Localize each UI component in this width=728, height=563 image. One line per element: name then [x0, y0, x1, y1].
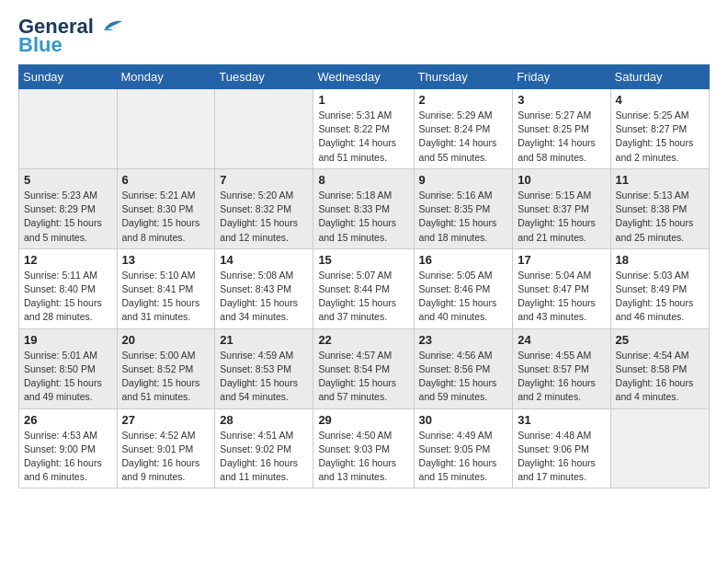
day-number: 18	[616, 253, 704, 267]
day-info-line: Sunset: 9:02 PM	[220, 442, 308, 456]
weekday-header-wednesday: Wednesday	[313, 65, 414, 89]
day-info-line: Sunset: 9:01 PM	[122, 442, 210, 456]
day-info-line: Daylight: 16 hours	[122, 456, 210, 470]
day-number: 2	[419, 93, 508, 107]
calendar-cell: 28Sunrise: 4:51 AMSunset: 9:02 PMDayligh…	[215, 408, 313, 488]
day-info-line: Daylight: 15 hours	[122, 296, 210, 310]
day-info-line: and 51 minutes.	[122, 390, 210, 404]
calendar-cell: 12Sunrise: 5:11 AMSunset: 8:40 PMDayligh…	[19, 248, 118, 328]
day-number: 19	[24, 333, 112, 347]
day-number: 26	[24, 413, 112, 427]
day-info-line: Sunrise: 5:07 AM	[318, 269, 408, 282]
calendar-cell: 6Sunrise: 5:21 AMSunset: 8:30 PMDaylight…	[117, 168, 215, 248]
weekday-header-saturday: Saturday	[610, 65, 709, 89]
day-info-line: Daylight: 15 hours	[419, 376, 508, 390]
day-info-line: Daylight: 15 hours	[318, 376, 408, 390]
day-number: 4	[616, 93, 704, 107]
day-info-line: Sunset: 8:41 PM	[122, 282, 210, 296]
calendar-cell: 20Sunrise: 5:00 AMSunset: 8:52 PMDayligh…	[117, 328, 215, 408]
calendar-cell: 29Sunrise: 4:50 AMSunset: 9:03 PMDayligh…	[313, 408, 414, 488]
day-info-line: Sunset: 8:52 PM	[122, 362, 210, 376]
logo: General Blue	[18, 15, 124, 55]
day-number: 17	[518, 253, 605, 267]
day-info-line: Daylight: 16 hours	[220, 456, 308, 470]
day-info-line: and 59 minutes.	[419, 390, 508, 404]
calendar-cell: 9Sunrise: 5:16 AMSunset: 8:35 PMDaylight…	[414, 168, 513, 248]
header: General Blue	[18, 15, 710, 55]
day-info-line: and 58 minutes.	[518, 151, 605, 165]
day-info-line: Sunset: 9:05 PM	[419, 442, 508, 456]
day-info-line: and 40 minutes.	[419, 310, 508, 324]
day-info-line: Daylight: 16 hours	[616, 376, 704, 390]
day-number: 21	[220, 333, 308, 347]
day-info-line: and 46 minutes.	[616, 310, 704, 324]
day-number: 30	[419, 413, 508, 427]
day-number: 5	[24, 173, 112, 187]
day-info-line: Sunset: 8:32 PM	[220, 202, 308, 216]
weekday-header-monday: Monday	[117, 65, 215, 89]
day-info-line: Daylight: 15 hours	[24, 376, 112, 390]
day-info-line: Daylight: 16 hours	[518, 376, 605, 390]
calendar-table: SundayMondayTuesdayWednesdayThursdayFrid…	[18, 64, 710, 488]
day-info-line: Sunrise: 5:11 AM	[24, 269, 112, 282]
day-info-line: Sunrise: 5:29 AM	[419, 109, 508, 122]
day-number: 31	[518, 413, 605, 427]
calendar-cell: 26Sunrise: 4:53 AMSunset: 9:00 PMDayligh…	[19, 408, 118, 488]
calendar-cell: 2Sunrise: 5:29 AMSunset: 8:24 PMDaylight…	[414, 89, 513, 169]
day-info-line: and 8 minutes.	[122, 231, 210, 245]
calendar-cell	[117, 89, 215, 169]
calendar-cell: 31Sunrise: 4:48 AMSunset: 9:06 PMDayligh…	[513, 408, 610, 488]
day-info-line: Sunrise: 5:00 AM	[122, 349, 210, 362]
day-info-line: Sunset: 8:35 PM	[419, 202, 508, 216]
day-info-line: Sunrise: 4:51 AM	[220, 429, 308, 442]
logo-blue: Blue	[18, 35, 124, 55]
day-info-line: and 15 minutes.	[419, 470, 508, 484]
day-number: 28	[220, 413, 308, 427]
day-info-line: Sunset: 9:03 PM	[318, 442, 408, 456]
day-info-line: Sunrise: 4:52 AM	[122, 429, 210, 442]
calendar-cell: 22Sunrise: 4:57 AMSunset: 8:54 PMDayligh…	[313, 328, 414, 408]
day-info-line: and 25 minutes.	[616, 231, 704, 245]
page: General Blue SundayMondayTuesdayWednesda…	[0, 0, 728, 498]
calendar-cell: 11Sunrise: 5:13 AMSunset: 8:38 PMDayligh…	[610, 168, 709, 248]
day-info-line: and 6 minutes.	[24, 470, 112, 484]
day-info-line: Daylight: 16 hours	[24, 456, 112, 470]
day-info-line: and 43 minutes.	[518, 310, 605, 324]
calendar-cell: 19Sunrise: 5:01 AMSunset: 8:50 PMDayligh…	[19, 328, 118, 408]
day-info-line: Sunrise: 5:16 AM	[419, 189, 508, 202]
day-info-line: and 2 minutes.	[518, 390, 605, 404]
calendar-cell: 15Sunrise: 5:07 AMSunset: 8:44 PMDayligh…	[313, 248, 414, 328]
day-info-line: Sunset: 8:49 PM	[616, 282, 704, 296]
day-info-line: Sunset: 8:22 PM	[318, 122, 408, 136]
day-info-line: Sunset: 8:37 PM	[518, 202, 605, 216]
weekday-header-thursday: Thursday	[414, 65, 513, 89]
day-info-line: Daylight: 15 hours	[419, 216, 508, 230]
day-info-line: Daylight: 16 hours	[419, 456, 508, 470]
day-number: 9	[419, 173, 508, 187]
day-info-line: Sunset: 9:06 PM	[518, 442, 605, 456]
day-number: 16	[419, 253, 508, 267]
calendar-cell: 10Sunrise: 5:15 AMSunset: 8:37 PMDayligh…	[513, 168, 610, 248]
day-info-line: and 49 minutes.	[24, 390, 112, 404]
day-info-line: Daylight: 15 hours	[122, 376, 210, 390]
day-info-line: Sunset: 8:50 PM	[24, 362, 112, 376]
day-info-line: and 17 minutes.	[518, 470, 605, 484]
day-info-line: and 9 minutes.	[122, 470, 210, 484]
day-info-line: and 28 minutes.	[24, 310, 112, 324]
calendar-cell: 17Sunrise: 5:04 AMSunset: 8:47 PMDayligh…	[513, 248, 610, 328]
weekday-header-tuesday: Tuesday	[215, 65, 313, 89]
calendar-cell: 13Sunrise: 5:10 AMSunset: 8:41 PMDayligh…	[117, 248, 215, 328]
day-info-line: Daylight: 15 hours	[616, 296, 704, 310]
day-info-line: and 4 minutes.	[616, 390, 704, 404]
calendar-cell: 18Sunrise: 5:03 AMSunset: 8:49 PMDayligh…	[610, 248, 709, 328]
calendar-cell: 30Sunrise: 4:49 AMSunset: 9:05 PMDayligh…	[414, 408, 513, 488]
day-info-line: Daylight: 15 hours	[518, 216, 605, 230]
day-info-line: Sunset: 8:58 PM	[616, 362, 704, 376]
day-info-line: Sunrise: 5:23 AM	[24, 189, 112, 202]
day-info-line: Daylight: 15 hours	[318, 296, 408, 310]
day-info-line: Daylight: 15 hours	[220, 216, 308, 230]
day-info-line: Daylight: 16 hours	[518, 456, 605, 470]
day-info-line: and 15 minutes.	[318, 231, 408, 245]
day-info-line: and 21 minutes.	[518, 231, 605, 245]
day-info-line: Sunset: 8:27 PM	[616, 122, 704, 136]
